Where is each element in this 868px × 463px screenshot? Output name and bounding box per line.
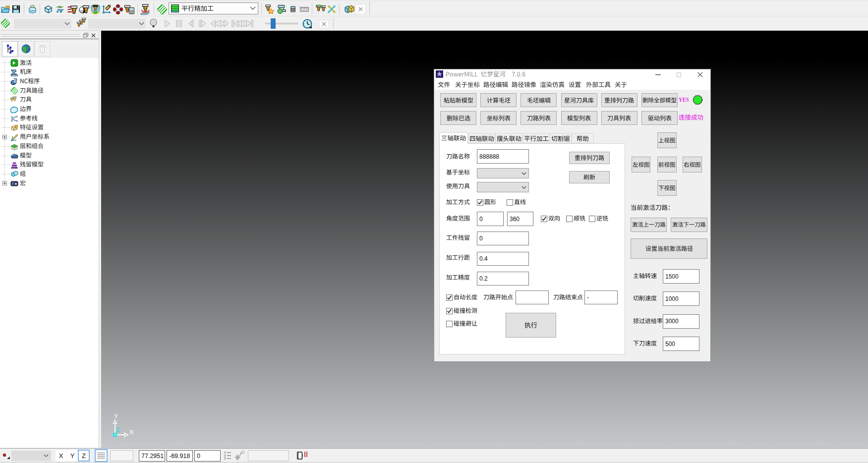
svg-text:X: X [129,428,134,436]
svg-text:Z: Z [116,426,120,434]
svg-text:z: z [224,457,226,461]
svg-text:Y: Y [114,412,118,420]
